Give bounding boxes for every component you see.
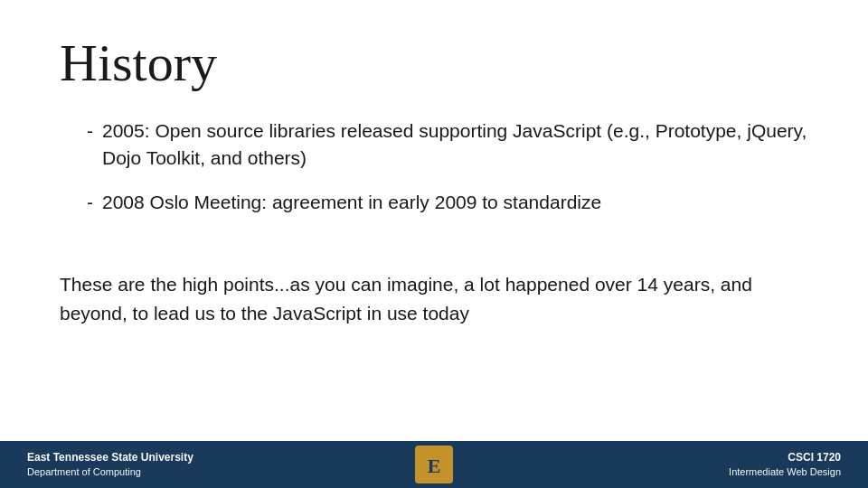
footer-university: East Tennessee State University [27, 450, 193, 465]
footer-bar: East Tennessee State University Departme… [0, 441, 868, 488]
slide-title: History [60, 34, 808, 92]
footer-right: CSCI 1720 Intermediate Web Design [729, 450, 841, 479]
footer-department: Department of Computing [27, 465, 193, 479]
main-content: History - 2005: Open source libraries re… [0, 0, 868, 441]
footer-course-code: CSCI 1720 [788, 450, 841, 465]
footer-left: East Tennessee State University Departme… [27, 450, 193, 479]
footer-course-name: Intermediate Web Design [729, 465, 841, 479]
bullet-dash-1: - [87, 117, 93, 145]
bullet-text-1: 2005: Open source libraries released sup… [102, 117, 808, 173]
bullet-dash-2: - [87, 189, 93, 216]
bullet-section: - 2005: Open source libraries released s… [87, 117, 808, 232]
slide-container: History - 2005: Open source libraries re… [0, 0, 868, 488]
bullet-item-2: - 2008 Oslo Meeting: agreement in early … [87, 189, 808, 216]
bullet-item-1: - 2005: Open source libraries released s… [87, 117, 808, 173]
footer-center-logo: E [415, 446, 453, 483]
etsu-logo-icon: E [415, 446, 453, 483]
bullet-text-2: 2008 Oslo Meeting: agreement in early 20… [102, 189, 808, 216]
closing-text: These are the high points...as you can i… [60, 270, 808, 327]
svg-text:E: E [428, 455, 441, 477]
